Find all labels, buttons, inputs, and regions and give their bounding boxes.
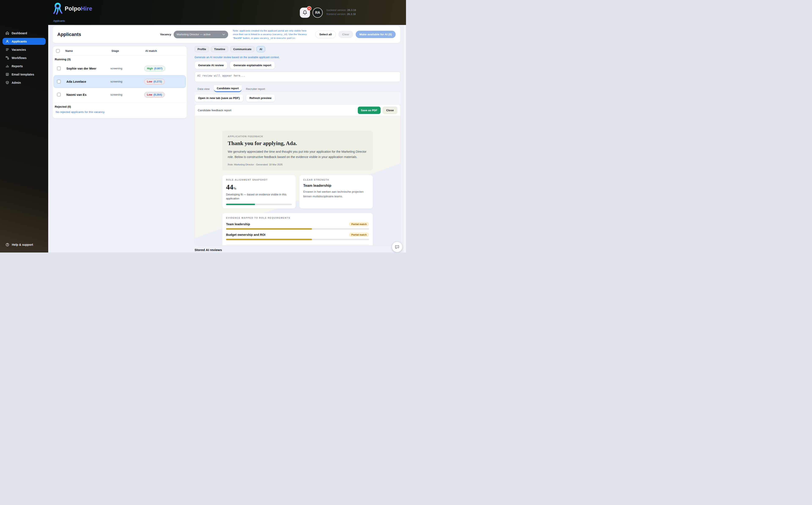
generate-explainable-report-button[interactable]: Generate explainable report — [230, 61, 275, 69]
strength-title: Team leadership — [303, 184, 369, 188]
workflow-icon — [5, 56, 9, 60]
home-icon — [5, 31, 9, 35]
help-circle-icon — [5, 243, 9, 246]
alignment-description: Developing fit — based on evidence visib… — [226, 192, 292, 201]
tab-profile[interactable]: Profile — [195, 46, 209, 52]
backend-version: backend version: 26.3.18 — [327, 8, 356, 12]
sidebar-item-label: Applicants — [12, 40, 27, 43]
ai-hint-link[interactable]: Generate an AI recruiter review based on… — [195, 56, 401, 59]
sidebar-item-label: Vacancies — [12, 48, 26, 51]
tab-data-view[interactable]: Data view — [195, 86, 212, 92]
brand-logo[interactable]: PolpoHire — [53, 3, 92, 15]
group-label-running: Running (3) — [53, 56, 187, 62]
applicant-row[interactable]: Sophie van der Meer screening High(0.807… — [53, 62, 186, 75]
application-feedback-label: APPLICATION FEEDBACK — [228, 135, 367, 138]
applicant-row-selected[interactable]: Ada Lovelace screening Low(0.272) — [53, 75, 186, 88]
person-icon — [5, 39, 9, 43]
vacancy-label: Vacancy — [160, 33, 171, 36]
clear-button[interactable]: Clear — [338, 31, 353, 38]
report-body-text: We genuinely appreciated the time and th… — [228, 149, 367, 160]
evidence-name: Budget ownership and ROI — [226, 233, 265, 236]
column-header-stage: Stage — [112, 49, 145, 52]
close-preview-button[interactable]: Close — [383, 107, 397, 114]
chat-widget-button[interactable] — [392, 242, 402, 252]
partial-match-badge: Partial match — [349, 222, 369, 226]
applicants-list: Name Stage AI match Running (3) Sophie v… — [52, 46, 187, 119]
stored-ai-reviews-heading: Stored AI reviews — [195, 248, 401, 252]
octopus-logo-icon — [53, 3, 62, 15]
column-header-name: Name — [65, 49, 112, 52]
code-execute-public: execute-public — [276, 37, 295, 39]
row-checkbox[interactable] — [57, 93, 61, 97]
frontend-version: frontend version: 26.3.18 — [327, 12, 356, 16]
sidebar-item-reports[interactable]: Reports — [3, 62, 46, 69]
report-heading: Thank you for applying, Ada. — [228, 140, 367, 147]
chevron-down-icon — [222, 33, 225, 35]
tab-recruiter-report[interactable]: Recruiter report — [243, 86, 268, 92]
brand-name: PolpoHire — [65, 5, 92, 12]
evidence-progress-fill — [226, 239, 312, 240]
application-feedback-card: APPLICATION FEEDBACK Thank you for apply… — [222, 131, 373, 170]
ai-match-badge: Low(0.272) — [144, 79, 165, 85]
evidence-progress-fill — [226, 228, 312, 230]
ai-match-badge: Low(0.264) — [144, 92, 165, 98]
sidebar-item-label: Admin — [12, 81, 21, 85]
select-all-button[interactable]: Select all — [315, 30, 336, 38]
applicant-name: Ada Lovelace — [66, 80, 111, 83]
applicant-row[interactable]: Naomi van Es screening Low(0.264) — [53, 89, 186, 101]
generate-actions: Generate AI review Generate explainable … — [195, 61, 401, 69]
document-icon — [5, 72, 9, 76]
generate-ai-review-button[interactable]: Generate AI review — [195, 61, 227, 69]
report-content: APPLICATION FEEDBACK Thank you for apply… — [222, 131, 373, 245]
sidebar-item-applicants[interactable]: Applicants — [3, 38, 46, 45]
tab-candidate-report[interactable]: Candidate report — [214, 85, 242, 92]
applicant-stage: screening — [111, 80, 144, 83]
applicant-stage: screening — [111, 93, 144, 96]
sidebar-item-label: Workflows — [12, 56, 27, 60]
sidebar-item-dashboard[interactable]: Dashboard — [3, 30, 46, 37]
refresh-preview-button[interactable]: Refresh preview — [246, 94, 275, 102]
select-all-checkbox[interactable] — [56, 49, 60, 53]
vacancy-filter: Vacancy Marketing Director — active — [160, 31, 228, 38]
ai-review-textarea[interactable] — [195, 72, 401, 82]
clear-strength-label: CLEAR STRENGTH — [303, 178, 369, 181]
open-new-tab-button[interactable]: Open in new tab (save as PDF) — [195, 94, 243, 102]
alignment-progress-fill — [226, 204, 255, 205]
evidence-progress-track — [226, 239, 369, 240]
report-view-tabs: Data view Candidate report Recruiter rep… — [195, 85, 401, 92]
save-as-pdf-button[interactable]: Save as PDF — [358, 107, 381, 114]
list-icon — [5, 48, 9, 51]
tab-ai[interactable]: AI — [256, 46, 265, 52]
row-checkbox[interactable] — [57, 66, 61, 70]
ai-match-badge: High(0.807) — [144, 66, 165, 71]
sidebar-item-email-templates[interactable]: Email templates — [3, 71, 46, 78]
sidebar-item-label: Dashboard — [12, 31, 27, 35]
avatar[interactable]: RA — [313, 8, 323, 18]
clear-strength-card: CLEAR STRENGTH Team leadership Ervaren i… — [299, 175, 373, 208]
sidebar-item-admin[interactable]: Admin — [3, 79, 46, 86]
vacancy-select[interactable]: Marketing Director — active — [174, 31, 228, 38]
report-meta: Role: Marketing Director · Generated: 18… — [228, 163, 367, 166]
role-alignment-card: ROLE ALIGNMENT SNAPSHOT 44% Developing f… — [222, 175, 295, 208]
applicant-stage: screening — [111, 67, 144, 70]
applicant-name: Naomi van Es — [66, 93, 111, 97]
sidebar-item-vacancies[interactable]: Vacancies — [3, 46, 46, 53]
make-available-ai-button[interactable]: Make available for AI (0) — [356, 31, 396, 38]
report-preview-frame[interactable]: APPLICATION FEEDBACK Thank you for apply… — [195, 116, 400, 245]
applicant-name: Sophie van der Meer — [66, 67, 111, 70]
row-checkbox[interactable] — [57, 80, 61, 83]
breadcrumb[interactable]: Applicants — [53, 19, 65, 22]
evidence-divider — [226, 244, 369, 245]
help-support-label: Help & support — [12, 243, 33, 246]
tab-timeline[interactable]: Timeline — [211, 46, 228, 52]
sidebar-item-workflows[interactable]: Workflows — [3, 54, 46, 61]
chat-bubble-icon — [395, 244, 400, 249]
applicants-list-header: Name Stage AI match — [53, 46, 187, 56]
bar-chart-icon — [5, 64, 9, 68]
notifications-button[interactable]: 6 — [300, 8, 310, 18]
sidebar-item-label: Email templates — [12, 73, 34, 76]
page-scrollbar[interactable] — [403, 25, 406, 252]
tab-communicate[interactable]: Communicate — [230, 46, 254, 52]
top-bar: PolpoHire Applicants 6 RA backend versio… — [0, 0, 406, 25]
sidebar-item-help-support[interactable]: Help & support — [0, 240, 48, 252]
